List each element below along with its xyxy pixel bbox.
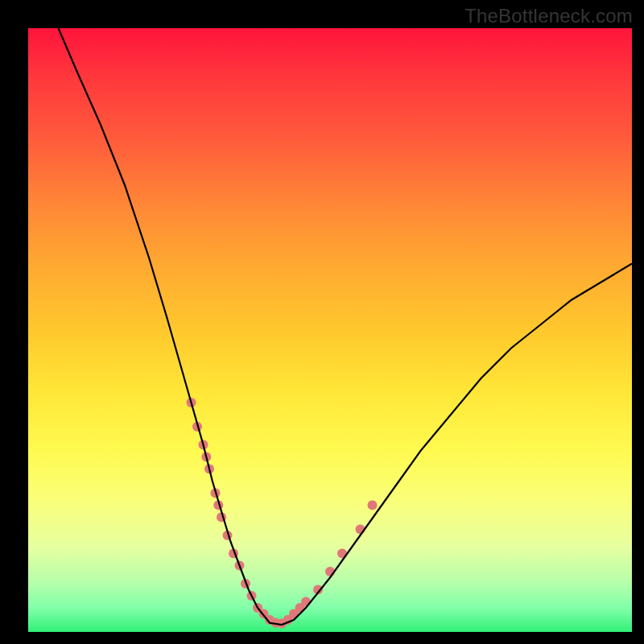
plot-area — [28, 28, 632, 632]
chart-frame: TheBottleneck.com — [0, 0, 644, 644]
chart-svg — [28, 28, 632, 632]
bottleneck-curve — [59, 28, 633, 625]
dot-layer — [187, 398, 378, 629]
data-point — [301, 597, 311, 607]
data-point — [368, 501, 378, 510]
watermark-text: TheBottleneck.com — [464, 5, 633, 27]
